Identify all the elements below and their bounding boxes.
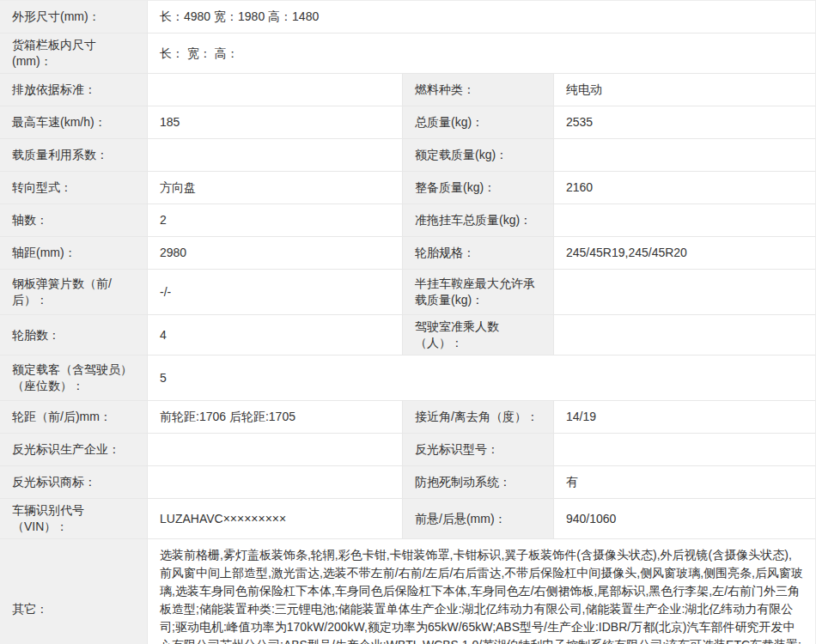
row-rated-passengers: 额定载客（含驾驶员）（座位数）： 5 bbox=[0, 355, 815, 401]
row-vin-overhang: 车辆识别代号（VIN）： LUZAHAVC××××××××× 前悬/后悬(mm)… bbox=[0, 499, 815, 539]
row-axle-count-trailer-mass: 轴数： 2 准拖挂车总质量(kg)： bbox=[0, 204, 815, 237]
spec-label: 轮胎数： bbox=[0, 315, 148, 355]
spec-value bbox=[554, 434, 815, 465]
spec-label: 轮距（前/后)mm： bbox=[0, 401, 148, 433]
spec-value: 前轮距:1706 后轮距:1705 bbox=[148, 401, 403, 433]
row-other-remarks: 其它： 选装前格栅,雾灯盖板装饰条,轮辋,彩色卡钳,卡钳装饰罩,卡钳标识,翼子板… bbox=[0, 539, 815, 644]
spec-label: 转向型式： bbox=[0, 172, 148, 204]
spec-value: 有 bbox=[554, 466, 815, 498]
row-exterior-dimensions: 外形尺寸(mm)： 长：4980 宽：1980 高：1480 bbox=[0, 1, 815, 33]
spec-label: 其它： bbox=[0, 539, 148, 644]
spec-value: 2 bbox=[148, 204, 403, 236]
spec-label: 钢板弹簧片数（前/后）： bbox=[0, 270, 148, 314]
spec-label: 防抱死制动系统： bbox=[403, 466, 554, 498]
spec-label: 总质量(kg)： bbox=[403, 106, 554, 138]
spec-value: 方向盘 bbox=[148, 172, 403, 204]
row-track-width-approach-angle: 轮距（前/后)mm： 前轮距:1706 后轮距:1705 接近角/离去角（度）：… bbox=[0, 401, 815, 434]
spec-value: 185 bbox=[148, 106, 403, 138]
spec-label: 半挂车鞍座最大允许承载质量(kg)： bbox=[403, 270, 554, 314]
row-load-factor-rated-load: 载质量利用系数： 额定载质量(kg)： bbox=[0, 139, 815, 172]
spec-label: 最高车速(km/h)： bbox=[0, 106, 148, 138]
spec-value: 2160 bbox=[554, 172, 815, 204]
spec-value bbox=[148, 139, 403, 171]
spec-value: LUZAHAVC××××××××× bbox=[148, 499, 403, 538]
row-wheelbase-tire-spec: 轴距(mm)： 2980 轮胎规格： 245/45R19,245/45R20 bbox=[0, 237, 815, 270]
spec-value bbox=[554, 139, 815, 171]
spec-label: 额定载客（含驾驶员）（座位数）： bbox=[0, 355, 148, 400]
spec-label: 准拖挂车总质量(kg)： bbox=[403, 204, 554, 236]
spec-label: 载质量利用系数： bbox=[0, 139, 148, 171]
spec-label: 货箱栏板内尺寸(mm)： bbox=[0, 33, 148, 73]
spec-label: 车辆识别代号（VIN）： bbox=[0, 499, 148, 538]
spec-value: -/- bbox=[148, 270, 403, 314]
spec-value bbox=[148, 74, 403, 106]
row-max-speed-gross-mass: 最高车速(km/h)： 185 总质量(kg)： 2535 bbox=[0, 106, 815, 139]
spec-value: 长：4980 宽：1980 高：1480 bbox=[148, 1, 815, 33]
row-emission-standard-fuel-type: 排放依据标准： 燃料种类： 纯电动 bbox=[0, 74, 815, 106]
row-reflective-marking-manufacturer-model: 反光标识生产企业： 反光标识型号： bbox=[0, 434, 815, 466]
spec-label: 前悬/后悬(mm)： bbox=[403, 499, 554, 538]
spec-value bbox=[554, 270, 815, 314]
spec-label: 额定载质量(kg)： bbox=[403, 139, 554, 171]
spec-value: 选装前格栅,雾灯盖板装饰条,轮辋,彩色卡钳,卡钳装饰罩,卡钳标识,翼子板装饰件(… bbox=[148, 539, 815, 644]
spec-value bbox=[554, 315, 815, 355]
spec-value bbox=[148, 466, 403, 498]
spec-label: 轴数： bbox=[0, 204, 148, 236]
spec-label: 驾驶室准乘人数（人）： bbox=[403, 315, 554, 355]
spec-value: 14/19 bbox=[554, 401, 815, 433]
spec-label: 反光标识型号： bbox=[403, 434, 554, 465]
row-cargo-inner-dimensions: 货箱栏板内尺寸(mm)： 长： 宽： 高： bbox=[0, 33, 815, 74]
spec-value: 2980 bbox=[148, 237, 403, 269]
spec-label: 反光标识生产企业： bbox=[0, 434, 148, 465]
spec-value: 245/45R19,245/45R20 bbox=[554, 237, 815, 269]
spec-label: 整备质量(kg)： bbox=[403, 172, 554, 204]
row-steering-type-curb-mass: 转向型式： 方向盘 整备质量(kg)： 2160 bbox=[0, 172, 815, 204]
spec-label: 外形尺寸(mm)： bbox=[0, 1, 148, 33]
vehicle-spec-table: 外形尺寸(mm)： 长：4980 宽：1980 高：1480 货箱栏板内尺寸(m… bbox=[0, 0, 816, 644]
spec-value: 纯电动 bbox=[554, 74, 815, 106]
spec-value: 5 bbox=[148, 355, 815, 400]
spec-label: 排放依据标准： bbox=[0, 74, 148, 106]
spec-value: 4 bbox=[148, 315, 403, 355]
spec-value bbox=[554, 204, 815, 236]
row-tire-count-cab-passengers: 轮胎数： 4 驾驶室准乘人数（人）： bbox=[0, 315, 815, 355]
spec-value: 940/1060 bbox=[554, 499, 815, 538]
spec-label: 燃料种类： bbox=[403, 74, 554, 106]
row-reflective-marking-brand-abs: 反光标识商标： 防抱死制动系统： 有 bbox=[0, 466, 815, 499]
spec-value: 长： 宽： 高： bbox=[148, 33, 815, 73]
spec-label: 接近角/离去角（度）： bbox=[403, 401, 554, 433]
spec-label: 轮胎规格： bbox=[403, 237, 554, 269]
spec-value bbox=[148, 434, 403, 465]
spec-value: 2535 bbox=[554, 106, 815, 138]
spec-label: 反光标识商标： bbox=[0, 466, 148, 498]
spec-label: 轴距(mm)： bbox=[0, 237, 148, 269]
row-leaf-springs-saddle-load: 钢板弹簧片数（前/后）： -/- 半挂车鞍座最大允许承载质量(kg)： bbox=[0, 270, 815, 315]
